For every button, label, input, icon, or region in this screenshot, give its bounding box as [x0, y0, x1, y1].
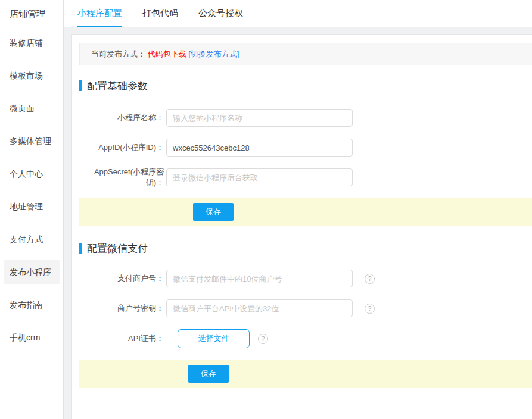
section-accent-bar	[79, 80, 82, 91]
help-icon[interactable]: ?	[365, 304, 375, 314]
field-input-1-3[interactable]	[166, 168, 353, 186]
save-bar: 保存	[79, 198, 532, 226]
form-section-2: 支付商户号：?商户号密钥：?API证书：选择文件?	[79, 270, 532, 348]
sidebar-item-label: 微页面	[4, 96, 60, 120]
sidebar: 店铺管理 装修店铺模板市场微页面多媒体管理个人中心地址管理支付方式发布小程序发布…	[0, 0, 64, 419]
sidebar-header: 店铺管理	[0, 0, 63, 27]
sidebar-item-label: 发布小程序	[4, 260, 60, 284]
field-input-1-1[interactable]	[166, 109, 353, 127]
sidebar-item-9[interactable]: 发布指南	[0, 293, 63, 323]
field-input-2-2[interactable]	[166, 299, 353, 317]
sidebar-item-label: 地址管理	[4, 195, 60, 218]
form-row: AppSecret(小程序密钥)：	[79, 168, 532, 186]
sidebar-item-4[interactable]: 多媒体管理	[0, 129, 63, 159]
form-section-1: 小程序名称：AppID(小程序ID)：AppSecret(小程序密钥)：	[79, 109, 532, 186]
sidebar-item-6[interactable]: 地址管理	[0, 195, 63, 224]
content-card: 当前发布方式： 代码包下载 [切换发布方式] 配置基础参数小程序名称：AppID…	[71, 34, 532, 419]
section-title-text: 配置微信支付	[87, 242, 148, 255]
field-input-1-2[interactable]	[166, 139, 353, 157]
publish-method-notice: 当前发布方式： 代码包下载 [切换发布方式]	[79, 43, 532, 65]
field-label: 商户号密钥：	[79, 303, 164, 314]
form-row: 小程序名称：	[79, 109, 532, 127]
sidebar-item-3[interactable]: 微页面	[0, 96, 63, 126]
tab-1[interactable]: 小程序配置	[77, 0, 122, 27]
section-title: 配置基础参数	[79, 79, 532, 92]
tab-2[interactable]: 打包代码	[142, 0, 178, 27]
choose-file-button[interactable]: 选择文件	[178, 329, 250, 348]
sidebar-item-5[interactable]: 个人中心	[0, 162, 63, 192]
field-label: API证书：	[79, 333, 164, 344]
field-label: 小程序名称：	[79, 112, 164, 123]
sidebar-item-label: 支付方式	[4, 227, 60, 251]
tab-bar: 小程序配置打包代码公众号授权	[64, 0, 532, 27]
save-bar: 保存	[79, 360, 532, 388]
form-row: 支付商户号：?	[79, 270, 532, 287]
form-row: AppID(小程序ID)：	[79, 139, 532, 157]
sidebar-item-10[interactable]: 手机crm	[0, 326, 63, 355]
sidebar-item-8[interactable]: 发布小程序	[0, 260, 63, 290]
section-title: 配置微信支付	[79, 242, 532, 255]
sidebar-item-2[interactable]: 模板市场	[0, 64, 63, 93]
sidebar-menu: 装修店铺模板市场微页面多媒体管理个人中心地址管理支付方式发布小程序发布指南手机c…	[0, 31, 63, 355]
notice-method: 代码包下载	[148, 49, 186, 58]
save-button[interactable]: 保存	[188, 365, 229, 383]
sidebar-item-label: 装修店铺	[4, 31, 60, 55]
field-input-2-1[interactable]	[166, 270, 353, 287]
form-row: API证书：选择文件?	[79, 329, 532, 348]
switch-publish-method-link[interactable]: [切换发布方式]	[188, 49, 239, 58]
form-row: 商户号密钥：?	[79, 299, 532, 317]
sidebar-item-label: 模板市场	[4, 64, 60, 87]
sidebar-item-label: 个人中心	[4, 162, 60, 186]
field-label: AppID(小程序ID)：	[79, 142, 164, 153]
help-icon[interactable]: ?	[258, 334, 268, 344]
sidebar-item-1[interactable]: 装修店铺	[0, 31, 63, 61]
notice-prefix: 当前发布方式：	[91, 49, 145, 58]
sidebar-item-label: 发布指南	[4, 293, 60, 317]
section-accent-bar	[79, 243, 82, 254]
section-title-text: 配置基础参数	[87, 79, 148, 93]
sidebar-item-7[interactable]: 支付方式	[0, 227, 63, 257]
sidebar-item-label: 多媒体管理	[4, 129, 60, 153]
field-label: 支付商户号：	[79, 273, 164, 284]
field-label: AppSecret(小程序密钥)：	[79, 167, 164, 188]
save-button[interactable]: 保存	[193, 203, 234, 221]
help-icon[interactable]: ?	[365, 274, 375, 284]
sidebar-item-label: 手机crm	[4, 326, 60, 349]
tab-3[interactable]: 公众号授权	[198, 0, 243, 27]
